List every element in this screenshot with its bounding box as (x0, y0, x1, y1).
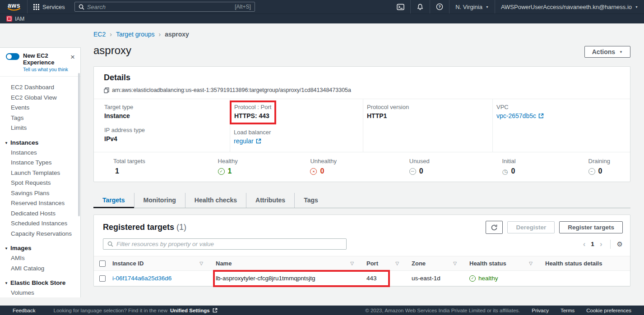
services-label: Services (42, 4, 65, 10)
chevron-down-icon: ▼ (619, 50, 623, 54)
deregister-button[interactable]: Deregister (507, 221, 555, 233)
tab-attributes[interactable]: Attributes (246, 193, 295, 208)
sidebar-section-images[interactable]: ▼Images (0, 242, 80, 253)
tab-targets[interactable]: Targets (93, 193, 134, 208)
account-label: AWSPowerUserAccess/navaneeth.kn@harness.… (501, 4, 632, 10)
field-label: IP address type (104, 127, 222, 133)
unified-settings-link[interactable]: Unified Settings (170, 308, 210, 313)
field-ip-address-type: IP address type IPv4 (104, 127, 222, 142)
sidebar-item-volumes[interactable]: Volumes (0, 288, 80, 297)
target-health-summary: Total targets 1 Healthy ✓1 Unhealthy ×0 … (94, 152, 630, 182)
current-page[interactable]: 1 (591, 241, 594, 247)
privacy-link[interactable]: Privacy (532, 308, 549, 313)
filter-input[interactable] (116, 241, 342, 247)
sidebar-item-ec2-dashboard[interactable]: EC2 Dashboard (0, 82, 80, 93)
column-health-status[interactable]: Health status▽ (464, 260, 540, 267)
register-targets-button[interactable]: Register targets (559, 221, 623, 233)
sidebar-scrollbar[interactable] (78, 73, 80, 216)
tab-bar: Targets Monitoring Health checks Attribu… (93, 193, 630, 208)
favorite-iam[interactable]: IAM (6, 16, 24, 22)
details-heading: Details (104, 73, 621, 82)
services-menu-button[interactable]: Services (28, 0, 71, 14)
actions-button[interactable]: Actions ▼ (584, 46, 630, 58)
new-experience-toggle[interactable] (6, 53, 19, 60)
previous-page-icon[interactable]: ‹ (582, 241, 587, 248)
sidebar-item-reserved-instances[interactable]: Reserved Instances (0, 198, 80, 209)
sidebar-item-savings-plans[interactable]: Savings Plans (0, 188, 80, 199)
stat-draining: Draining −0 (588, 158, 610, 175)
table-settings-gear-icon[interactable]: ⚙ (617, 240, 623, 248)
vpc-link[interactable]: vpc-2657db5c (496, 112, 623, 119)
sidebar-item-capacity-reservations[interactable]: Capacity Reservations (0, 229, 80, 239)
sidebar-item-tags[interactable]: Tags (0, 113, 80, 123)
unused-dots-icon: ⋯ (409, 168, 416, 175)
row-checkbox[interactable] (99, 275, 106, 282)
sidebar-section-instances[interactable]: ▼Instances (0, 137, 80, 148)
tab-tags[interactable]: Tags (295, 193, 327, 208)
bell-icon (417, 4, 424, 10)
stat-label: Unused (409, 158, 430, 164)
stat-unused: Unused ⋯0 (409, 158, 430, 175)
sidebar-item-scheduled-instances[interactable]: Scheduled Instances (0, 219, 80, 229)
tab-health-checks[interactable]: Health checks (185, 193, 246, 208)
column-name[interactable]: Name▽ (210, 260, 361, 267)
stat-value: 0 (598, 167, 602, 175)
sort-icon: ▽ (395, 261, 399, 266)
pagination: ‹ 1 › ⚙ (582, 240, 623, 249)
external-link-icon (213, 308, 218, 313)
breadcrumb-ec2[interactable]: EC2 (93, 31, 106, 38)
close-icon[interactable]: × (70, 54, 75, 60)
sidebar-item-spot-requests[interactable]: Spot Requests (0, 178, 80, 188)
sidebar-item-ami-catalog[interactable]: AMI Catalog (0, 264, 80, 274)
language-selection-text: Looking for language selection? Find it … (54, 308, 168, 313)
stat-label: Draining (588, 158, 610, 164)
column-instance-id[interactable]: Instance ID▽ (109, 260, 210, 267)
refresh-button[interactable] (486, 221, 503, 234)
load-balancer-link[interactable]: regular (234, 137, 356, 145)
sidebar-section-elastic-block-store[interactable]: ▼Elastic Block Store (0, 277, 80, 288)
region-selector[interactable]: N. Virginia ▼ (449, 0, 495, 14)
breadcrumb-target-groups[interactable]: Target groups (116, 31, 155, 38)
aws-logo[interactable]: aws (0, 3, 27, 11)
select-all-checkbox[interactable] (99, 260, 106, 267)
favorites-bar: IAM (0, 14, 644, 23)
tell-us-link[interactable]: Tell us what you think (23, 67, 75, 72)
pager-divider (610, 240, 611, 249)
terms-link[interactable]: Terms (561, 308, 575, 313)
account-menu[interactable]: AWSPowerUserAccess/navaneeth.kn@harness.… (495, 0, 644, 14)
search-input[interactable] (87, 4, 232, 10)
sidebar-item-ec2-global-view[interactable]: EC2 Global View (0, 93, 80, 103)
table-row: i-06f1744a6a25d36d6 lb-asproxytyler-cfcg… (94, 271, 630, 286)
sidebar-item-limits[interactable]: Limits (0, 123, 80, 133)
details-card: Details arn:aws:elasticloadbalancing:us-… (93, 66, 630, 182)
instance-id-link[interactable]: i-06f1744a6a25d36d6 (112, 275, 171, 282)
sidebar-item-dedicated-hosts[interactable]: Dedicated Hosts (0, 209, 80, 219)
field-value: Instance (104, 112, 222, 119)
stat-label: Total targets (113, 158, 145, 164)
copy-icon[interactable] (104, 87, 109, 93)
sort-icon: ▽ (199, 261, 203, 266)
column-port[interactable]: Port▽ (361, 260, 406, 267)
sidebar-item-instances[interactable]: Instances (0, 148, 80, 158)
terminal-icon (397, 4, 404, 10)
copyright-text: © 2023, Amazon Web Services India Privat… (365, 308, 520, 313)
cookie-preferences-link[interactable]: Cookie preferences (586, 308, 631, 313)
cloudshell-button[interactable] (391, 0, 410, 14)
field-label: Load balancer (234, 129, 356, 136)
sidebar-item-amis[interactable]: AMIs (0, 253, 80, 264)
next-page-icon[interactable]: › (598, 241, 604, 248)
help-button[interactable]: ? (430, 0, 449, 14)
column-label: Name (216, 260, 232, 267)
section-label: Instances (10, 139, 38, 146)
notifications-button[interactable] (411, 0, 430, 14)
help-icon: ? (436, 3, 443, 10)
tab-monitoring[interactable]: Monitoring (134, 193, 185, 208)
filter-box[interactable] (103, 238, 347, 250)
column-zone[interactable]: Zone▽ (406, 260, 464, 267)
table-header: Instance ID▽ Name▽ Port▽ Zone▽ Health st… (94, 256, 630, 271)
global-search[interactable]: [Alt+S] (74, 2, 255, 12)
sidebar-item-events[interactable]: Events (0, 103, 80, 113)
sidebar-item-instance-types[interactable]: Instance Types (0, 158, 80, 168)
feedback-link[interactable]: Feedback (13, 308, 36, 313)
sidebar-item-launch-templates[interactable]: Launch Templates (0, 168, 80, 178)
